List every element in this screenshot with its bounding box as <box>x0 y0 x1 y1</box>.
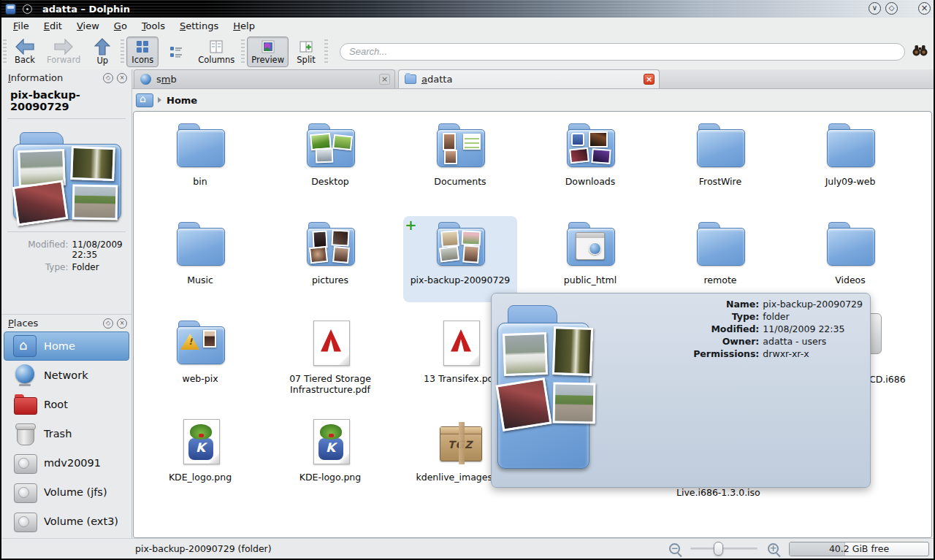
titlebar[interactable]: adatta – Dolphin ∨ ◇ × <box>0 0 935 18</box>
file-icon <box>172 220 228 269</box>
file-item[interactable]: + July09-web <box>785 116 915 215</box>
menu-help[interactable]: Help <box>226 19 262 33</box>
toolbar-separator <box>324 39 328 64</box>
file-item[interactable]: + FrostWire <box>655 116 785 215</box>
photo-palace <box>503 332 548 376</box>
file-label: Videos <box>835 275 866 285</box>
tab-close-icon[interactable]: × <box>644 74 654 85</box>
file-item[interactable]: + KDE-logo.png <box>265 412 395 510</box>
file-item[interactable]: + pictures <box>265 215 395 313</box>
photo-family <box>495 377 552 431</box>
file-label: pictures <box>312 275 348 285</box>
details-view-button[interactable] <box>160 37 192 67</box>
file-icon <box>823 122 878 170</box>
places-item-trash[interactable]: Trash <box>4 419 129 448</box>
file-item[interactable]: + KDE_logo.png <box>135 412 265 510</box>
zoom-slider[interactable] <box>690 548 757 550</box>
file-item[interactable]: + bin <box>135 116 265 215</box>
menu-file[interactable]: File <box>6 19 37 33</box>
file-label: web-pix <box>182 373 218 384</box>
tab-adatta[interactable]: adatta × <box>398 69 660 88</box>
zoom-in-icon[interactable]: + <box>768 543 779 554</box>
columns-label: Columns <box>198 55 234 65</box>
close-panel-icon[interactable]: × <box>117 318 127 329</box>
places-panel: Places ◇ × Home Network Root Trash mdv20… <box>1 315 131 538</box>
back-button[interactable]: Back <box>9 37 41 67</box>
menu-view[interactable]: View <box>69 19 107 33</box>
menu-settings[interactable]: Settings <box>172 19 226 33</box>
file-label: July09-web <box>825 176 876 187</box>
network-icon <box>13 364 37 386</box>
file-label: Downloads <box>565 176 616 187</box>
forward-label: Forward <box>47 55 80 65</box>
places-item-root[interactable]: Root <box>4 390 129 419</box>
obscured-file-label[interactable]: Live.i686-1.3.0.iso <box>676 487 760 498</box>
root-icon <box>13 394 37 415</box>
file-icon <box>172 122 228 170</box>
app-icon <box>5 4 16 15</box>
up-icon <box>94 38 110 55</box>
detach-panel-icon[interactable]: ◇ <box>103 73 113 83</box>
window-title: adatta – Dolphin <box>42 4 130 15</box>
find-binoculars-icon[interactable] <box>912 44 928 59</box>
folder-preview-thumbnail <box>11 131 122 223</box>
toolbar-grip[interactable] <box>3 39 7 64</box>
tooltip-field-value: adatta - users <box>763 336 863 347</box>
zoom-out-icon[interactable]: − <box>669 543 680 554</box>
tab-close-icon[interactable]: × <box>379 74 390 85</box>
menu-edit[interactable]: Edit <box>37 19 69 33</box>
file-icon <box>432 319 488 367</box>
tab-smb[interactable]: smb × <box>134 69 395 88</box>
file-label: Music <box>187 275 213 285</box>
tooltip-field-label: Modified: <box>693 323 759 334</box>
breadcrumb-home[interactable]: Home <box>167 95 197 106</box>
detach-panel-icon[interactable]: ◇ <box>103 318 113 329</box>
up-button[interactable]: Up <box>86 37 118 67</box>
places-item-network[interactable]: Network <box>4 361 129 390</box>
file-label: FrostWire <box>699 176 741 187</box>
folder-view[interactable]: + bin + Desktop + Documents + Downloads … <box>133 111 932 538</box>
menu-tools[interactable]: Tools <box>134 19 172 33</box>
search-input[interactable] <box>340 43 905 61</box>
zoom-slider-handle[interactable] <box>714 542 723 556</box>
home-breadcrumb-icon[interactable] <box>135 92 153 108</box>
minimize-button[interactable]: ∨ <box>869 2 881 15</box>
free-space-text: 40.2 GiB free <box>790 542 928 556</box>
columns-view-button[interactable]: Columns <box>194 37 239 67</box>
file-item[interactable]: + 07 Tiered Storage Infrastructure.pdf <box>265 313 395 412</box>
titlebar-menu-icon[interactable] <box>23 4 32 14</box>
split-button[interactable]: Split <box>290 37 322 67</box>
tooltip-folder-thumbnail <box>497 304 591 479</box>
preview-button[interactable]: Preview <box>247 37 289 67</box>
file-icon <box>172 418 228 466</box>
status-text: pix-backup-20090729 (folder) <box>135 543 669 554</box>
places-item-volume-jfs-[interactable]: Volume (jfs) <box>4 477 129 507</box>
file-label: remote <box>704 275 737 285</box>
close-button[interactable]: × <box>918 2 931 15</box>
file-item[interactable]: + Music <box>135 215 265 313</box>
file-item[interactable]: + Downloads <box>525 116 655 215</box>
file-item[interactable]: + web-pix <box>135 313 265 412</box>
folder-icon <box>405 74 416 84</box>
icons-view-button[interactable]: Icons <box>126 37 159 67</box>
split-icon <box>299 39 313 55</box>
file-item[interactable]: + Desktop <box>265 116 395 215</box>
file-icon <box>172 319 228 367</box>
tooltip-field-label: Name: <box>693 299 759 310</box>
photo-walkway <box>553 382 596 423</box>
menu-go[interactable]: Go <box>107 19 134 33</box>
maximize-button[interactable]: ◇ <box>885 2 898 15</box>
info-field-value: Folder <box>72 262 128 272</box>
file-icon <box>432 418 488 466</box>
obscured-file-label[interactable]: CD.i686 <box>869 374 906 385</box>
file-item[interactable]: + Documents <box>395 116 525 215</box>
places-item-volume-ext3-[interactable]: Volume (ext3) <box>4 507 129 536</box>
file-icon <box>823 220 878 269</box>
close-panel-icon[interactable]: × <box>117 73 127 83</box>
forward-button[interactable]: Forward <box>42 37 85 67</box>
places-item-mdv20091[interactable]: mdv20091 <box>4 448 129 477</box>
drive-icon <box>13 510 37 532</box>
places-item-home[interactable]: Home <box>4 331 129 361</box>
breadcrumb-chevron-icon <box>158 97 161 103</box>
info-field-value: 11/08/2009 22:35 <box>72 239 128 260</box>
